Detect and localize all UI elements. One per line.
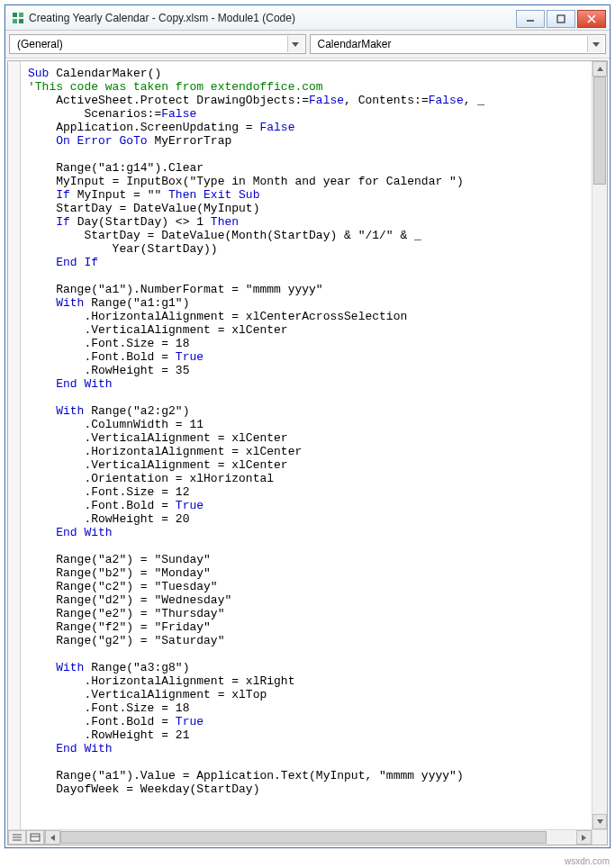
window-title: Creating Yearly Calendar - Copy.xlsm - M…	[29, 12, 516, 24]
scrollbar-corner	[592, 829, 607, 845]
scroll-up-button[interactable]	[592, 61, 607, 77]
scroll-right-button[interactable]	[576, 830, 592, 845]
object-dropdown-value: (General)	[17, 38, 287, 50]
svg-rect-15	[31, 834, 40, 841]
scroll-track[interactable]	[592, 77, 607, 814]
svg-marker-11	[597, 819, 603, 824]
svg-rect-1	[19, 13, 23, 17]
code-window: Creating Yearly Calendar - Copy.xlsm - M…	[5, 5, 610, 848]
svg-marker-18	[582, 835, 586, 841]
scroll-thumb[interactable]	[593, 77, 606, 185]
scroll-down-button[interactable]	[592, 814, 607, 829]
svg-marker-17	[50, 835, 55, 841]
scroll-track[interactable]	[60, 830, 576, 845]
minimize-button[interactable]	[516, 10, 545, 28]
code-editor[interactable]: Sub CalendarMaker() 'This code was taken…	[21, 61, 607, 845]
close-button[interactable]	[577, 10, 606, 28]
svg-marker-9	[592, 42, 600, 47]
horizontal-scrollbar[interactable]	[8, 829, 592, 845]
titlebar[interactable]: Creating Yearly Calendar - Copy.xlsm - M…	[5, 5, 610, 31]
code-area: Sub CalendarMaker() 'This code was taken…	[7, 60, 608, 845]
dropdown-row: (General) CalendarMaker	[5, 31, 610, 59]
margin-indicator[interactable]	[8, 61, 21, 845]
svg-rect-2	[13, 19, 17, 23]
svg-rect-5	[557, 15, 565, 23]
maximize-button[interactable]	[547, 10, 575, 28]
full-module-view-button[interactable]	[26, 830, 44, 845]
svg-rect-0	[13, 13, 17, 17]
scroll-left-button[interactable]	[45, 830, 60, 845]
procedure-view-button[interactable]	[8, 830, 26, 845]
object-dropdown[interactable]: (General)	[9, 34, 306, 54]
procedure-dropdown[interactable]: CalendarMaker	[310, 34, 607, 54]
view-mode-buttons	[8, 830, 45, 845]
svg-marker-8	[292, 42, 299, 47]
procedure-dropdown-value: CalendarMaker	[318, 38, 588, 50]
vertical-scrollbar[interactable]	[592, 61, 607, 829]
scroll-thumb[interactable]	[60, 831, 547, 844]
svg-rect-3	[19, 19, 23, 23]
chevron-down-icon	[587, 36, 603, 52]
window-buttons	[516, 7, 610, 28]
svg-marker-10	[597, 67, 603, 71]
chevron-down-icon	[287, 36, 303, 52]
app-icon	[11, 11, 25, 25]
